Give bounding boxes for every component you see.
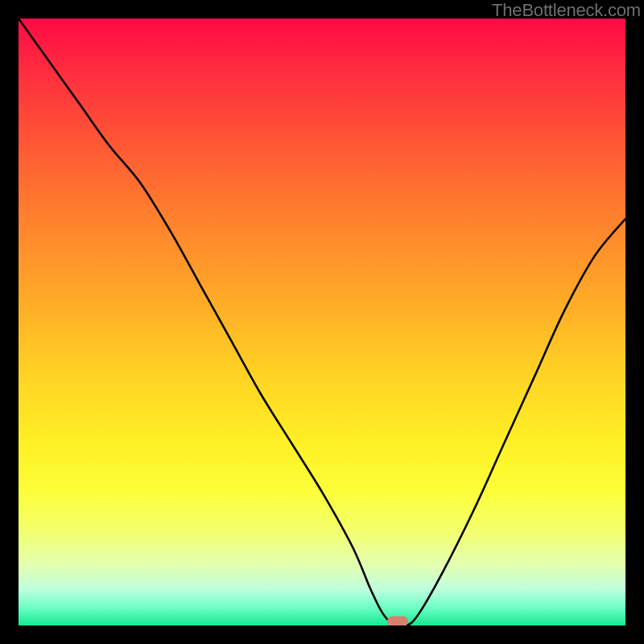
chart-frame: TheBottleneck.com [0, 0, 644, 644]
credits-label: TheBottleneck.com [492, 0, 641, 21]
plot-area [19, 19, 625, 625]
bottleneck-curve [19, 19, 625, 625]
optimal-marker [387, 617, 408, 625]
